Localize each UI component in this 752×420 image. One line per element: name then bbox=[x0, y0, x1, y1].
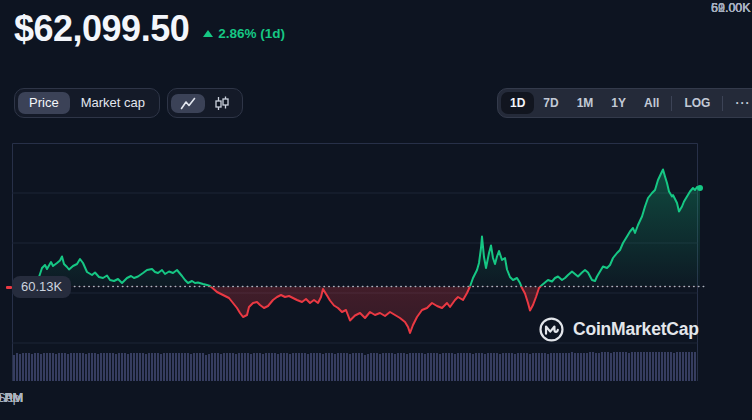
chart-type-toggle bbox=[167, 88, 243, 118]
range-7d-button[interactable]: 7D bbox=[534, 92, 567, 114]
range-1d-button[interactable]: 1D bbox=[501, 92, 534, 114]
price-change: 2.86% (1d) bbox=[203, 26, 285, 41]
candlestick-icon bbox=[214, 96, 230, 111]
more-options-button[interactable]: ··· bbox=[726, 92, 752, 114]
watermark-label: CoinMarketCap bbox=[573, 319, 699, 340]
x-axis-tick: 3:00 PM bbox=[0, 391, 23, 405]
tab-price[interactable]: Price bbox=[18, 92, 70, 114]
line-chart-type-button[interactable] bbox=[171, 94, 205, 113]
baseline-price-label: 60.13K bbox=[12, 276, 71, 298]
log-scale-button[interactable]: LOG bbox=[675, 92, 719, 114]
metric-toggle: Price Market cap bbox=[14, 88, 160, 118]
price-change-label: 2.86% (1d) bbox=[218, 26, 285, 41]
coinmarketcap-logo-icon bbox=[538, 316, 565, 343]
up-arrow-icon bbox=[203, 30, 213, 37]
time-range-selector: 1D 7D 1M 1Y All LOG ··· bbox=[497, 88, 752, 118]
line-chart-icon bbox=[180, 97, 196, 110]
coinmarketcap-price-chart-widget: $62,099.50 2.86% (1d) Price Market cap 1… bbox=[0, 0, 752, 420]
y-axis-tick: 59.00K bbox=[711, 0, 752, 16]
tab-market-cap[interactable]: Market cap bbox=[70, 92, 156, 114]
divider bbox=[722, 96, 723, 111]
range-all-button[interactable]: All bbox=[635, 92, 668, 114]
range-1y-button[interactable]: 1Y bbox=[602, 92, 635, 114]
watermark: CoinMarketCap bbox=[538, 316, 699, 343]
range-1m-button[interactable]: 1M bbox=[568, 92, 603, 114]
price-header: $62,099.50 2.86% (1d) bbox=[14, 8, 285, 50]
divider bbox=[671, 96, 672, 111]
current-price: $62,099.50 bbox=[14, 8, 189, 50]
candlestick-chart-type-button[interactable] bbox=[205, 93, 239, 114]
price-chart-svg[interactable] bbox=[12, 143, 706, 381]
